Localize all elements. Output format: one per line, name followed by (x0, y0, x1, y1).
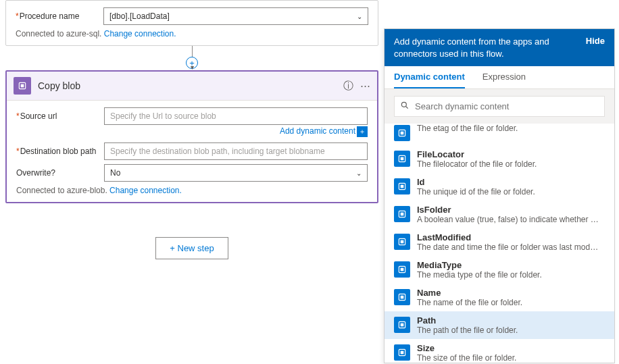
dynamic-item-desc: The date and time the file or folder was… (417, 242, 599, 252)
overwrite-select[interactable]: No ⌄ (104, 164, 368, 182)
action-menu-icon[interactable]: ⋯ (360, 80, 370, 92)
svg-line-3 (406, 107, 408, 109)
svg-rect-13 (401, 240, 404, 244)
chevron-down-icon: ⌄ (356, 170, 362, 177)
svg-rect-9 (401, 185, 404, 188)
dynamic-item-size[interactable]: SizeThe size of the file or folder. (385, 339, 614, 363)
dynamic-item-desc: The filelocator of the file or folder. (417, 159, 599, 169)
dynamic-item-title: LastModified (417, 232, 605, 242)
dynamic-item-id[interactable]: IdThe unique id of the file or folder. (385, 173, 614, 201)
action-title: Copy blob (38, 80, 337, 91)
dynamic-item-desc: The path of the file or folder. (417, 326, 599, 335)
dynamic-item-desc: A boolean value (true, false) to indicat… (417, 215, 599, 224)
dynamic-item-desc: The etag of the file or folder. (417, 124, 599, 133)
search-box[interactable] (394, 96, 605, 117)
dynamic-item-isfolder[interactable]: IsFolderA boolean value (true, false) to… (385, 201, 614, 228)
change-connection-link[interactable]: Change connection. (104, 29, 176, 38)
dynamic-content-header: Add dynamic content from the apps and co… (394, 36, 579, 59)
dynamic-item-lastmodified[interactable]: LastModifiedThe date and time the file o… (385, 228, 614, 256)
blob-connection-text: Connected to azure-blob. (16, 186, 107, 195)
dynamic-item-title: FileLocator (417, 149, 605, 159)
svg-rect-21 (401, 351, 404, 355)
add-dynamic-content-link[interactable]: Add dynamic content (280, 126, 355, 136)
change-connection-link[interactable]: Change connection. (109, 186, 182, 195)
connector-icon (394, 206, 410, 222)
destination-path-input[interactable] (104, 142, 368, 160)
search-icon (400, 101, 410, 112)
add-dynamic-content-icon[interactable]: ＋ (357, 126, 368, 137)
hide-panel-button[interactable]: Hide (586, 36, 605, 46)
destination-path-label: Destination blob path (16, 147, 104, 156)
copy-blob-card: Copy blob ⓘ ⋯ Source url Add dynamic con… (5, 70, 378, 203)
dynamic-item-etag[interactable]: The etag of the file or folder. (385, 124, 614, 145)
dynamic-item-filelocator[interactable]: FileLocatorThe filelocator of the file o… (385, 145, 614, 173)
overwrite-label: Overwrite? (16, 168, 104, 178)
dynamic-item-desc: The unique id of the file or folder. (417, 187, 599, 197)
connector-icon (394, 317, 410, 333)
dynamic-item-title: Path (417, 315, 605, 326)
sql-action-card: Procedure name [dbo].[LoadData] ⌄ Connec… (5, 0, 378, 46)
tab-expression[interactable]: Expression (482, 72, 526, 88)
connector-icon (394, 125, 410, 141)
dynamic-item-mediatype[interactable]: MediaTypeThe media type of the file or f… (385, 256, 614, 284)
dynamic-item-name[interactable]: NameThe name of the file or folder. (385, 284, 614, 311)
new-step-button[interactable]: New step (155, 237, 228, 259)
svg-rect-17 (401, 296, 404, 299)
source-url-label: Source url (16, 111, 104, 121)
blob-connector-icon (14, 77, 31, 95)
source-url-input[interactable] (104, 107, 368, 125)
dynamic-item-title: Id (417, 177, 605, 187)
connector-icon (394, 234, 410, 250)
svg-rect-7 (401, 157, 404, 161)
dynamic-item-title: IsFolder (417, 205, 605, 215)
dynamic-item-desc: The size of the file or folder. (417, 353, 599, 363)
connector-icon (394, 289, 410, 305)
help-icon[interactable]: ⓘ (343, 80, 353, 93)
dynamic-item-title: Size (417, 343, 605, 353)
search-input[interactable] (415, 101, 599, 111)
dynamic-content-list[interactable]: The etag of the file or folder.FileLocat… (385, 124, 614, 363)
tab-dynamic-content[interactable]: Dynamic content (394, 72, 465, 88)
overwrite-value: No (110, 168, 120, 178)
svg-rect-19 (401, 323, 404, 327)
svg-rect-1 (21, 84, 24, 88)
dynamic-content-panel: Add dynamic content from the apps and co… (384, 28, 615, 363)
flow-connector: + ▾ (5, 46, 378, 70)
dynamic-item-title: Name (417, 288, 605, 298)
connector-icon (394, 151, 410, 167)
procedure-name-label: Procedure name (16, 11, 103, 21)
chevron-down-icon: ⌄ (357, 13, 362, 20)
connector-icon (394, 261, 410, 278)
connector-icon (394, 344, 410, 361)
dynamic-item-desc: The name of the file or folder. (417, 298, 599, 307)
procedure-name-value: [dbo].[LoadData] (109, 11, 170, 21)
svg-rect-11 (401, 213, 404, 216)
svg-rect-15 (401, 268, 404, 271)
dynamic-item-desc: The media type of the file or folder. (417, 270, 599, 280)
svg-point-2 (401, 102, 406, 107)
connector-icon (394, 178, 410, 194)
procedure-name-select[interactable]: [dbo].[LoadData] ⌄ (103, 7, 368, 25)
dynamic-item-title: MediaType (417, 260, 605, 270)
sql-connection-text: Connected to azure-sql. (16, 29, 101, 38)
svg-rect-5 (401, 132, 404, 135)
dynamic-item-path[interactable]: PathThe path of the file or folder. (385, 311, 614, 339)
